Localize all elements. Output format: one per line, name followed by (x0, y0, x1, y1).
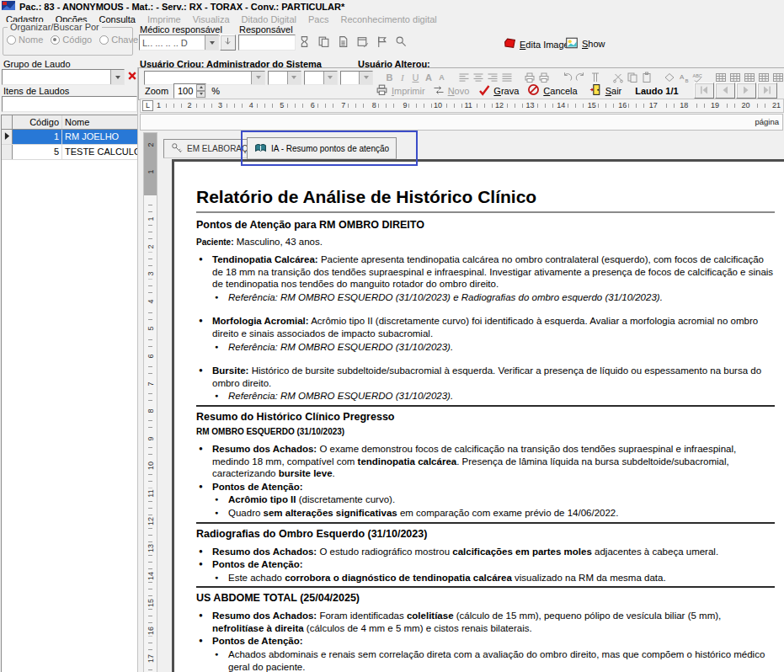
doc-block-li1: Resumo dos Achados: O estudo radiográfic… (196, 546, 775, 558)
doc-block-h2: Pontos de Atenção para RM OMBRO DIREITO (196, 219, 775, 231)
zoom-down-icon[interactable] (196, 91, 205, 98)
grupo-laudo-label: Grupo de Laudo (3, 59, 71, 69)
nav-next-button[interactable] (736, 83, 756, 99)
document-button[interactable] (337, 35, 349, 50)
novo-button[interactable]: Novo (433, 84, 470, 98)
vruler-number: 3 (146, 269, 156, 280)
medico-dropdown-icon[interactable] (205, 35, 218, 50)
row-marker-cell (2, 145, 13, 159)
record-action-icons (298, 35, 408, 50)
nav-first-button[interactable] (694, 83, 714, 99)
vruler-number: 14 (146, 570, 156, 581)
cell-nome: TESTE CALCULO (62, 145, 137, 159)
magnifier-button[interactable] (395, 35, 408, 50)
itens-laudos-input[interactable] (2, 96, 137, 112)
doc-block-gap (196, 354, 775, 365)
vruler-number: 7 (146, 378, 156, 389)
medico-value: L.. ... .. .. D (140, 38, 205, 48)
doc-block-gap (196, 304, 775, 315)
doc-block-li2: Achados abdominais e renais sem correlaç… (212, 648, 775, 672)
red-x-icon (126, 73, 138, 83)
doc-block-li1: Resumo dos Achados: Foram identificadas … (196, 610, 775, 634)
hourglass-button[interactable] (298, 35, 311, 50)
ai-tab-highlight-annotation (241, 131, 418, 166)
doc-block-li1: Morfologia Acromial: Acrômio tipo II (di… (196, 315, 775, 339)
imprimir-button[interactable]: Imprimir (376, 83, 425, 98)
doc-block-li2: Este achado corrobora o diagnóstico de t… (212, 572, 775, 584)
vruler-number: 15 (146, 598, 156, 609)
col-header-nome[interactable]: Nome (62, 115, 137, 129)
hruler-number: 16 (616, 100, 628, 110)
vruler-number: 11 (146, 488, 156, 499)
cell-codigo: 1 (13, 130, 62, 144)
copy-button[interactable] (317, 35, 330, 50)
table-header-row: CódigoNome (2, 115, 137, 130)
stamp-button[interactable] (356, 35, 369, 50)
nav-prev-button[interactable] (715, 83, 735, 99)
clear-grupo-button[interactable] (126, 70, 138, 83)
key-icon (171, 142, 183, 156)
hruler-number: 3 (216, 100, 224, 110)
app-icon (2, 1, 15, 13)
zoom-up-icon[interactable] (196, 84, 205, 91)
show-label: Show (582, 39, 605, 49)
radio-label: Chave (111, 35, 138, 45)
sair-label: Sair (605, 86, 622, 96)
vertical-ruler: 211234567891011121314151617 (143, 132, 157, 672)
edit-image-icon (504, 37, 516, 51)
doc-divider (196, 522, 775, 524)
vruler-number: 2 (146, 241, 156, 252)
doc-block-li1: Pontos de Atenção: (196, 558, 775, 571)
vruler-number: 8 (146, 406, 156, 417)
slideshow-icon (565, 36, 579, 51)
responsavel-input[interactable] (238, 35, 296, 51)
radio-nome[interactable]: Nome (7, 35, 43, 45)
grupo-laudo-combobox[interactable] (2, 69, 125, 85)
hruler-number: 1 (155, 100, 163, 110)
nav-prev-icon (719, 84, 731, 98)
row-marker-header (2, 115, 13, 129)
vruler-number: 12 (146, 515, 156, 526)
cancel-icon (527, 83, 540, 98)
hruler-number: 14 (555, 100, 567, 110)
medico-filter-button[interactable] (220, 35, 236, 51)
zoom-spinner[interactable]: 100 (173, 83, 206, 99)
menu-item-reconhecimento-digital[interactable]: Reconhecimento digital (334, 14, 442, 24)
table-row[interactable]: 1RM JOELHO (2, 130, 137, 145)
cancela-button[interactable]: Cancela (527, 83, 577, 98)
vruler-number: 4 (146, 296, 156, 307)
menu-item-pacs[interactable]: Pacs (302, 14, 334, 24)
svg-text:ABC: ABC (692, 73, 701, 78)
doc-block-li1: Pontos de Atenção: (196, 481, 775, 493)
flag-button[interactable] (376, 35, 388, 50)
doc-block-li2: Referência: RM OMBRO ESQUERDO (31/10/202… (212, 291, 775, 304)
nav-last-button[interactable] (757, 83, 777, 99)
nav-last-icon (761, 84, 773, 98)
hruler-number: 19 (709, 100, 721, 110)
grava-button[interactable]: Grava (478, 84, 519, 98)
menubar: CadastroOpçõesConsultaImprimeVisualizaDi… (0, 13, 784, 25)
vruler-margin-number: 1 (146, 167, 156, 178)
hourglass-icon (298, 35, 311, 50)
radio-chave[interactable]: Chave (99, 35, 138, 45)
percent-label: % (211, 86, 220, 96)
hruler-number: 2 (186, 100, 194, 110)
hruler-number: 6 (309, 100, 317, 110)
sair-button[interactable]: Sair (589, 83, 622, 98)
show-button[interactable]: Show (565, 36, 605, 51)
menu-item-ditado-digital[interactable]: Ditado Digital (236, 14, 302, 24)
menu-item-visualiza[interactable]: Visualiza (187, 14, 236, 24)
vruler-number: 6 (146, 351, 156, 362)
radio-codigo[interactable]: Código (51, 35, 92, 45)
doc-block-h3: RM OMBRO ESQUERDO (31/10/2023) (196, 427, 775, 436)
vruler-number: 5 (146, 323, 156, 334)
svg-text:A: A (680, 73, 685, 81)
cancela-label: Cancela (543, 86, 577, 96)
grupo-dropdown-icon[interactable] (110, 70, 124, 84)
medico-combobox[interactable]: L.. ... .. .. D (139, 35, 219, 51)
col-header-codigo[interactable]: Código (13, 115, 62, 129)
doc-block-h2: Radiografias do Ombro Esquerdo (31/10/20… (196, 528, 775, 540)
record-nav-buttons (694, 83, 778, 99)
table-row[interactable]: 5TESTE CALCULO (2, 145, 137, 160)
menu-item-imprime[interactable]: Imprime (141, 14, 187, 24)
